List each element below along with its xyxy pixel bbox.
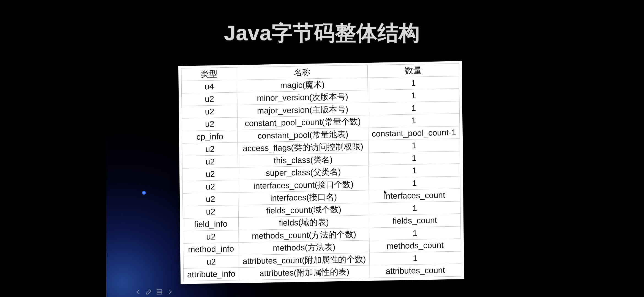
cell-count: constant_pool_count-1 <box>368 126 460 140</box>
arrow-right-icon <box>166 288 173 296</box>
cell-name: access_flags(类的访问控制权限) <box>238 140 368 155</box>
svg-rect-0 <box>157 289 162 294</box>
cell-name: super_class(父类名) <box>238 165 369 180</box>
cell-count: 1 <box>369 226 461 240</box>
cell-name: methods_count(方法的个数) <box>239 228 369 243</box>
page-title: Java字节码整体结构 <box>106 19 538 48</box>
cell-name: interfaces_count(接口个数) <box>238 178 369 193</box>
cell-type: u2 <box>182 193 238 206</box>
header-type: 类型 <box>181 67 237 81</box>
cell-count: 1 <box>368 76 459 90</box>
cell-type: u2 <box>182 155 238 168</box>
cell-name: constant_pool(常量池表) <box>238 128 368 142</box>
cell-type: u4 <box>181 80 237 93</box>
next-slide-button[interactable] <box>165 288 174 297</box>
cell-name: attributes(附加属性的表) <box>239 265 370 280</box>
cell-count: 1 <box>368 89 459 103</box>
cell-name: fields_count(域个数) <box>238 203 369 218</box>
cell-type: u2 <box>183 255 239 268</box>
table-body: u4magic(魔术)1u2minor_version(次版本号)1u2majo… <box>181 76 461 281</box>
cell-count: fields_count <box>369 214 461 228</box>
cell-type: u2 <box>182 180 238 193</box>
cell-type: field_info <box>183 218 239 231</box>
cell-name: minor_version(次版本号) <box>237 90 368 105</box>
cell-type: u2 <box>183 205 239 218</box>
background-flare-dot <box>142 191 146 195</box>
cell-count: 1 <box>368 101 459 115</box>
cell-name: methods(方法表) <box>239 240 369 255</box>
cell-count: 1 <box>368 151 460 165</box>
cell-type: u2 <box>183 230 239 243</box>
bytecode-structure-table: 类型 名称 数量 u4magic(魔术)1u2minor_version(次版本… <box>181 63 461 281</box>
slide-toolbar <box>134 288 174 297</box>
cell-count: 1 <box>369 176 460 190</box>
cell-type: u2 <box>182 105 238 118</box>
cell-type: u2 <box>182 167 238 181</box>
cell-count: interfaces_count <box>369 189 460 203</box>
pen-icon <box>145 288 152 296</box>
cell-type: attribute_info <box>183 268 239 281</box>
arrow-left-icon <box>135 288 142 296</box>
cell-count: 1 <box>369 164 460 178</box>
slide-stage: Java字节码整体结构 类型 名称 数量 u4magic(魔术)1u2minor… <box>106 0 538 297</box>
cell-name: magic(魔术) <box>237 78 368 92</box>
cell-count: 1 <box>368 139 460 153</box>
bytecode-table-holder: 类型 名称 数量 u4magic(魔术)1u2minor_version(次版本… <box>178 61 464 284</box>
cell-count: attributes_count <box>370 264 461 278</box>
cell-type: u2 <box>182 92 238 106</box>
cell-name: constant_pool_count(常量个数) <box>238 115 368 130</box>
prev-slide-button[interactable] <box>134 288 143 297</box>
cell-name: major_version(主版本号) <box>237 103 368 117</box>
header-count: 数量 <box>367 64 459 78</box>
cell-name: this_class(类名) <box>238 153 368 167</box>
header-name: 名称 <box>237 65 367 80</box>
cell-name: interfaces(接口名) <box>238 190 369 205</box>
cell-type: u2 <box>182 142 238 156</box>
menu-icon <box>156 288 163 296</box>
cell-count: 1 <box>369 251 461 265</box>
cell-name: attributes_count(附加属性的个数) <box>239 253 369 268</box>
slide-menu-button[interactable] <box>155 288 164 297</box>
cell-count: 1 <box>368 114 460 128</box>
cell-count: 1 <box>369 201 460 215</box>
cell-type: u2 <box>182 117 238 131</box>
cell-type: cp_info <box>182 130 238 143</box>
cell-type: method_info <box>183 243 239 256</box>
pen-tool-button[interactable] <box>144 288 154 297</box>
cell-name: fields(域的表) <box>239 215 369 230</box>
cell-count: methods_count <box>369 239 461 253</box>
